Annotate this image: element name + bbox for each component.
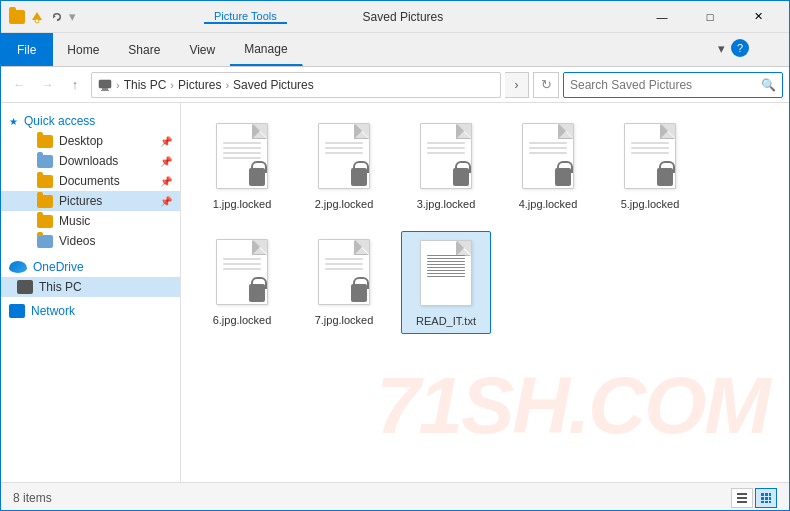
pin-icon-documents: 📌	[160, 176, 172, 187]
minimize-button[interactable]: —	[639, 1, 685, 33]
pc-small-icon	[98, 78, 112, 92]
onedrive-label: OneDrive	[33, 260, 84, 274]
sidebar-item-music[interactable]: Music	[1, 211, 180, 231]
maximize-button[interactable]: □	[687, 1, 733, 33]
dl3	[529, 152, 567, 154]
file-icon-7	[312, 235, 376, 309]
sidebar-quick-access[interactable]: ★ Quick access	[1, 111, 180, 131]
doc-corner-6	[253, 240, 267, 254]
picture-tools-group: Picture Tools	[204, 10, 287, 24]
view-icons	[731, 488, 777, 508]
back-button[interactable]: ←	[7, 73, 31, 97]
ribbon-collapse-icon[interactable]: ▾	[718, 41, 725, 56]
doc-lines-7	[325, 258, 363, 273]
sidebar-label-videos: Videos	[59, 234, 95, 248]
path-sep1: ›	[116, 79, 120, 91]
tl1	[427, 255, 465, 256]
dl1	[529, 142, 567, 144]
tl5	[427, 267, 465, 268]
help-icon[interactable]: ?	[731, 39, 749, 57]
path-this-pc[interactable]: This PC	[124, 78, 167, 92]
search-input[interactable]	[570, 78, 757, 92]
sidebar-item-this-pc[interactable]: This PC	[1, 277, 180, 297]
dl2	[529, 147, 567, 149]
sidebar-item-documents[interactable]: Documents 📌	[1, 171, 180, 191]
file-item-7[interactable]: 7.jpg.locked	[299, 231, 389, 333]
svg-rect-9	[761, 501, 764, 503]
dl2	[325, 263, 363, 265]
quick-access-icon	[29, 9, 45, 25]
file-item-1[interactable]: 1.jpg.locked	[197, 115, 287, 215]
svg-rect-5	[737, 497, 747, 499]
title-bar: ▾ Picture Tools Saved Pictures — □ ✕	[1, 1, 789, 33]
doc-shape-4	[522, 123, 574, 189]
tl4	[427, 264, 465, 265]
address-bar: ← → ↑ › This PC › Pictures › Saved Pictu…	[1, 67, 789, 103]
doc-corner-2	[355, 124, 369, 138]
doc-lines-read-it	[427, 255, 465, 279]
search-icon[interactable]: 🔍	[761, 78, 776, 92]
file-icon-read-it	[414, 236, 478, 310]
title-bar-icons: ▾	[9, 9, 76, 25]
sidebar-item-downloads[interactable]: Downloads 📌	[1, 151, 180, 171]
file-label-5: 5.jpg.locked	[621, 197, 680, 211]
tab-view[interactable]: View	[175, 33, 230, 66]
sidebar-network[interactable]: Network	[1, 301, 180, 321]
path-saved-pictures[interactable]: Saved Pictures	[233, 78, 314, 92]
sidebar-onedrive[interactable]: OneDrive	[1, 257, 180, 277]
file-label-1: 1.jpg.locked	[213, 197, 272, 211]
doc-lines-6	[223, 258, 261, 273]
svg-rect-15	[769, 501, 771, 503]
tab-home[interactable]: Home	[53, 33, 114, 66]
view-list-button[interactable]	[731, 488, 753, 508]
dropdown-path-btn[interactable]: ›	[505, 72, 529, 98]
tab-file[interactable]: File	[1, 33, 53, 66]
dl2	[427, 147, 465, 149]
path-pictures[interactable]: Pictures	[178, 78, 221, 92]
dl1	[427, 142, 465, 144]
network-icon	[9, 304, 25, 318]
svg-rect-2	[102, 88, 108, 90]
downloads-folder-icon	[37, 155, 53, 168]
tab-manage[interactable]: Manage	[230, 33, 302, 66]
file-icon-6	[210, 235, 274, 309]
address-path: › This PC › Pictures › Saved Pictures	[91, 72, 501, 98]
lock-icon-1	[249, 168, 265, 186]
dropdown-arrow[interactable]: ▾	[69, 9, 76, 24]
sidebar-item-desktop[interactable]: Desktop 📌	[1, 131, 180, 151]
up-button[interactable]: ↑	[63, 73, 87, 97]
dl1	[223, 258, 261, 260]
tl3	[427, 261, 465, 262]
documents-folder-icon	[37, 175, 53, 188]
close-button[interactable]: ✕	[735, 1, 781, 33]
sidebar-item-videos[interactable]: Videos	[1, 231, 180, 251]
refresh-button[interactable]: ↻	[533, 72, 559, 98]
doc-shape-1	[216, 123, 268, 189]
doc-shape-read-it	[420, 240, 472, 306]
dl2	[631, 147, 669, 149]
main-area: ★ Quick access Desktop 📌 Downloads 📌 Doc…	[1, 103, 789, 482]
tab-share[interactable]: Share	[114, 33, 175, 66]
file-item-5[interactable]: 5.jpg.locked	[605, 115, 695, 215]
dl2	[325, 147, 363, 149]
forward-button[interactable]: →	[35, 73, 59, 97]
file-icon-1	[210, 119, 274, 193]
file-item-6[interactable]: 6.jpg.locked	[197, 231, 287, 333]
svg-rect-4	[737, 493, 747, 495]
status-count: 8 items	[13, 491, 52, 505]
doc-corner-read-it	[457, 241, 471, 255]
path-sep2: ›	[170, 79, 174, 91]
doc-lines-3	[427, 142, 465, 157]
file-item-2[interactable]: 2.jpg.locked	[299, 115, 389, 215]
file-item-3[interactable]: 3.jpg.locked	[401, 115, 491, 215]
view-details-button[interactable]	[755, 488, 777, 508]
sidebar-item-pictures[interactable]: Pictures 📌	[1, 191, 180, 211]
file-item-4[interactable]: 4.jpg.locked	[503, 115, 593, 215]
sidebar: ★ Quick access Desktop 📌 Downloads 📌 Doc…	[1, 103, 181, 482]
file-label-3: 3.jpg.locked	[417, 197, 476, 211]
file-item-read-it[interactable]: READ_IT.txt	[401, 231, 491, 333]
undo-icon[interactable]	[49, 9, 65, 25]
lock-icon-2	[351, 168, 367, 186]
search-box[interactable]: 🔍	[563, 72, 783, 98]
doc-corner-5	[661, 124, 675, 138]
